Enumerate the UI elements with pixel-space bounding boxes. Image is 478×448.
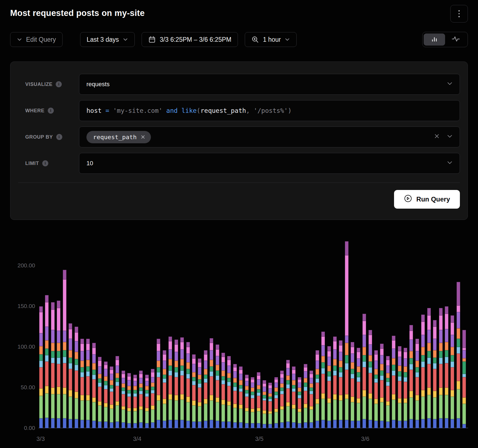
stacked-bar[interactable] bbox=[210, 338, 213, 428]
stacked-bar[interactable] bbox=[398, 346, 401, 428]
stacked-bar[interactable] bbox=[168, 337, 172, 428]
edit-query-button[interactable]: Edit Query bbox=[10, 32, 63, 47]
stacked-bar[interactable] bbox=[339, 340, 342, 428]
visualize-select[interactable]: requests bbox=[79, 74, 460, 95]
stacked-bar[interactable] bbox=[204, 350, 207, 428]
stacked-bar[interactable] bbox=[57, 301, 60, 428]
stacked-bar[interactable] bbox=[139, 371, 143, 428]
stacked-bar[interactable] bbox=[439, 308, 443, 428]
bar-segment bbox=[180, 342, 184, 349]
bar-segment bbox=[280, 371, 284, 374]
info-icon[interactable]: i bbox=[56, 134, 62, 140]
stacked-bar[interactable] bbox=[321, 332, 325, 428]
stacked-bar[interactable] bbox=[63, 270, 66, 428]
stacked-bar[interactable] bbox=[104, 362, 108, 428]
time-range-dropdown[interactable]: Last 3 days bbox=[80, 32, 135, 47]
stacked-bar[interactable] bbox=[239, 366, 243, 428]
stacked-bar[interactable] bbox=[221, 353, 225, 428]
stacked-bar[interactable] bbox=[421, 315, 425, 428]
stacked-bar[interactable] bbox=[51, 302, 55, 428]
stacked-bar[interactable] bbox=[116, 356, 119, 428]
stacked-bar[interactable] bbox=[462, 330, 466, 428]
stacked-bar[interactable] bbox=[433, 320, 437, 428]
group-by-select[interactable]: request_path bbox=[79, 127, 460, 147]
stacked-bar[interactable] bbox=[227, 356, 231, 428]
bar-segment bbox=[92, 402, 96, 421]
stacked-bar[interactable] bbox=[39, 306, 43, 428]
stacked-bar[interactable] bbox=[357, 348, 360, 428]
stacked-bar[interactable] bbox=[198, 359, 201, 428]
stacked-bar[interactable] bbox=[233, 364, 237, 428]
stacked-bar[interactable] bbox=[263, 380, 266, 428]
stacked-bar[interactable] bbox=[380, 344, 384, 428]
stacked-bar[interactable] bbox=[409, 325, 413, 428]
run-query-button[interactable]: Run Query bbox=[394, 190, 460, 209]
stacked-bar[interactable] bbox=[186, 342, 190, 428]
stacked-bar[interactable] bbox=[257, 372, 260, 428]
stacked-bar[interactable] bbox=[316, 350, 319, 428]
stacked-bar[interactable] bbox=[345, 241, 348, 428]
stacked-bar[interactable] bbox=[457, 282, 460, 428]
stacked-bar[interactable] bbox=[45, 295, 49, 428]
more-options-button[interactable] bbox=[450, 5, 468, 23]
bar-segment bbox=[175, 361, 178, 367]
stacked-bar[interactable] bbox=[274, 377, 278, 428]
stacked-bar[interactable] bbox=[268, 383, 272, 428]
bar-segment bbox=[204, 361, 207, 369]
stacked-bar[interactable] bbox=[145, 375, 149, 428]
info-icon[interactable]: i bbox=[42, 160, 48, 166]
stacked-bar[interactable] bbox=[415, 339, 419, 428]
limit-select[interactable]: 10 bbox=[79, 153, 460, 174]
stacked-bar[interactable] bbox=[369, 330, 372, 428]
stacked-bar[interactable] bbox=[151, 369, 154, 428]
stacked-bar[interactable] bbox=[75, 327, 78, 428]
bar-chart-toggle[interactable] bbox=[424, 33, 445, 46]
stacked-bar[interactable] bbox=[404, 348, 407, 428]
stacked-bar[interactable] bbox=[327, 346, 331, 428]
info-icon[interactable]: i bbox=[56, 81, 62, 87]
stacked-bar[interactable] bbox=[451, 315, 454, 428]
stacked-bar[interactable] bbox=[298, 377, 301, 428]
stacked-bar[interactable] bbox=[374, 350, 378, 428]
stacked-bar[interactable] bbox=[280, 371, 284, 428]
stacked-bar[interactable] bbox=[133, 375, 137, 428]
group-by-chip[interactable]: request_path bbox=[86, 131, 151, 143]
clear-selection-icon[interactable] bbox=[434, 133, 440, 141]
stacked-bar[interactable] bbox=[175, 340, 178, 428]
stacked-bar[interactable] bbox=[386, 356, 390, 428]
where-input[interactable]: host = 'my-site.com' and like(request_pa… bbox=[79, 100, 460, 121]
stacked-bar[interactable] bbox=[245, 375, 249, 428]
stacked-bar[interactable] bbox=[92, 343, 96, 428]
stacked-bar[interactable] bbox=[392, 336, 395, 428]
stacked-bar[interactable] bbox=[304, 364, 307, 428]
stacked-bar[interactable] bbox=[333, 337, 337, 428]
stacked-bar[interactable] bbox=[110, 366, 113, 428]
stacked-bar[interactable] bbox=[292, 366, 296, 428]
stacked-bar[interactable] bbox=[192, 354, 196, 428]
visualize-label: VISUALIZE bbox=[25, 82, 52, 87]
bar-segment bbox=[239, 388, 243, 392]
stacked-bar[interactable] bbox=[427, 308, 431, 428]
bar-segment bbox=[116, 366, 119, 373]
stacked-bar[interactable] bbox=[310, 371, 313, 428]
stacked-bar[interactable] bbox=[127, 373, 131, 428]
stacked-bar[interactable] bbox=[157, 339, 160, 428]
stacked-bar[interactable] bbox=[86, 339, 90, 428]
stacked-bar[interactable] bbox=[251, 377, 254, 428]
line-chart-toggle[interactable] bbox=[445, 33, 466, 46]
stacked-bar[interactable] bbox=[122, 371, 125, 428]
stacked-bar[interactable] bbox=[163, 350, 166, 428]
stacked-bar[interactable] bbox=[351, 342, 354, 428]
stacked-bar[interactable] bbox=[445, 306, 448, 428]
stacked-bar[interactable] bbox=[180, 337, 184, 428]
stacked-bar[interactable] bbox=[286, 360, 290, 428]
stacked-bar[interactable] bbox=[69, 323, 72, 428]
stacked-bar[interactable] bbox=[98, 357, 102, 428]
stacked-bar[interactable] bbox=[362, 314, 366, 428]
chip-remove-icon[interactable] bbox=[140, 135, 145, 139]
info-icon[interactable]: i bbox=[48, 108, 54, 114]
stacked-bar[interactable] bbox=[216, 345, 219, 428]
date-range-picker[interactable]: 3/3 6:25PM – 3/6 6:25PM bbox=[142, 32, 238, 47]
stacked-bar[interactable] bbox=[80, 339, 84, 428]
interval-dropdown[interactable]: 1 hour bbox=[245, 32, 297, 47]
